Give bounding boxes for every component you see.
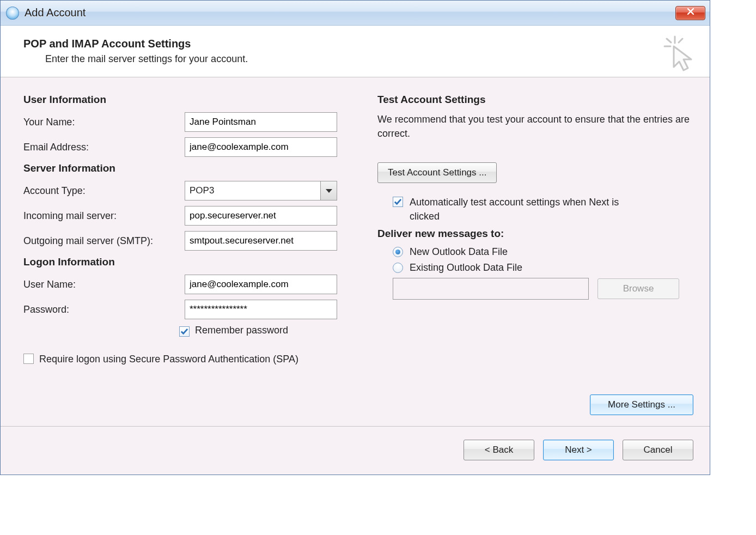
label-remember-password: Remember password [195, 325, 288, 336]
page-title: POP and IMAP Account Settings [23, 38, 694, 50]
section-test-account: Test Account Settings [377, 94, 693, 106]
existing-file-row: Browse [393, 278, 693, 300]
existing-file-input [393, 278, 589, 300]
account-type-value: POP3 [185, 181, 320, 200]
outgoing-server-input[interactable] [185, 231, 337, 251]
section-server-information: Server Information [23, 162, 356, 174]
row-outgoing-server: Outgoing mail server (SMTP): [23, 231, 356, 251]
your-name-input[interactable] [185, 112, 337, 132]
globe-icon [6, 7, 19, 20]
incoming-server-input[interactable] [185, 206, 337, 226]
svg-line-3 [679, 39, 682, 42]
row-incoming-server: Incoming mail server: [23, 206, 356, 226]
label-outgoing-server: Outgoing mail server (SMTP): [23, 235, 185, 247]
window-title: Add Account [25, 7, 86, 19]
cursor-click-icon [661, 34, 699, 72]
radio-new-data-file[interactable]: New Outlook Data File [393, 246, 693, 258]
password-input[interactable] [185, 300, 337, 319]
spa-checkbox[interactable]: Require logon using Secure Password Auth… [23, 352, 356, 366]
radio-selected-icon [393, 247, 403, 257]
checkbox-unchecked-icon [23, 354, 34, 364]
label-email: Email Address: [23, 142, 185, 153]
left-column: User Information Your Name: Email Addres… [23, 90, 356, 421]
label-account-type: Account Type: [23, 185, 185, 197]
close-button[interactable] [675, 6, 705, 20]
cancel-button[interactable]: Cancel [623, 440, 693, 460]
radio-existing-data-file[interactable]: Existing Outlook Data File [393, 262, 693, 273]
label-user-name: User Name: [23, 279, 185, 290]
label-incoming-server: Incoming mail server: [23, 210, 185, 222]
wizard-body: User Information Your Name: Email Addres… [1, 77, 710, 426]
auto-test-checkbox[interactable]: Automatically test account settings when… [393, 195, 693, 223]
row-account-type: Account Type: POP3 [23, 181, 356, 200]
wizard-header: POP and IMAP Account Settings Enter the … [1, 26, 710, 77]
page-subtitle: Enter the mail server settings for your … [45, 53, 694, 65]
checkbox-checked-icon [179, 326, 190, 337]
row-email: Email Address: [23, 137, 356, 157]
add-account-window: Add Account POP and IMAP Account Setting… [0, 0, 710, 475]
section-logon-information: Logon Information [23, 256, 356, 268]
wizard-footer: < Back Next > Cancel [1, 426, 710, 475]
label-radio-existing: Existing Outlook Data File [410, 262, 522, 273]
section-deliver-to: Deliver new messages to: [377, 228, 693, 240]
test-account-settings-button[interactable]: Test Account Settings ... [377, 162, 497, 183]
remember-password-checkbox[interactable]: Remember password [179, 325, 356, 337]
account-type-select[interactable]: POP3 [185, 181, 337, 200]
checkbox-checked-icon [393, 197, 403, 207]
label-spa: Require logon using Secure Password Auth… [39, 352, 298, 366]
svg-line-2 [667, 39, 671, 42]
user-name-input[interactable] [185, 275, 337, 294]
label-your-name: Your Name: [23, 117, 185, 128]
label-auto-test: Automatically test account settings when… [410, 195, 644, 223]
row-your-name: Your Name: [23, 112, 356, 132]
email-input[interactable] [185, 137, 337, 157]
label-password: Password: [23, 304, 185, 315]
back-button[interactable]: < Back [464, 440, 534, 460]
label-radio-new: New Outlook Data File [410, 246, 508, 258]
chevron-down-icon [320, 181, 337, 200]
radio-unselected-icon [393, 263, 403, 273]
row-user-name: User Name: [23, 275, 356, 294]
browse-button: Browse [598, 278, 679, 299]
close-icon [686, 7, 695, 19]
test-account-description: We recommend that you test your account … [377, 112, 693, 141]
row-password: Password: [23, 300, 356, 319]
section-user-information: User Information [23, 94, 356, 106]
more-settings-button[interactable]: More Settings ... [590, 394, 693, 415]
next-button[interactable]: Next > [543, 440, 614, 460]
right-column: Test Account Settings We recommend that … [377, 90, 693, 421]
titlebar: Add Account [1, 1, 710, 26]
